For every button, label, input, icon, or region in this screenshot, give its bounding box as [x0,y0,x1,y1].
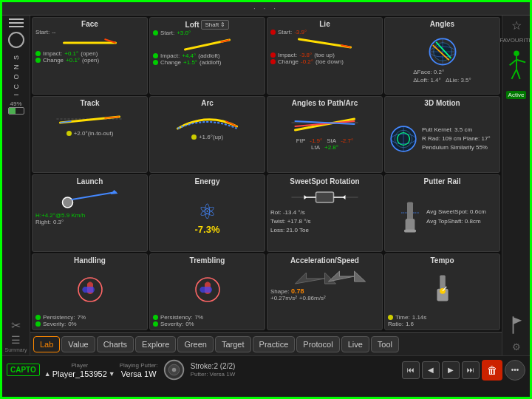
face-impact-value: +0.1° [64,50,78,57]
angles-values: ΔFace: 0.2° ΔLoft: 1.4° ΔLie: 3.5° [413,68,471,84]
tab-protocol[interactable]: Protocol [296,336,339,352]
lie-impact-note: (toe up) [314,52,335,58]
putter-name: Versa 1W [121,369,157,378]
tab-practice[interactable]: Practice [253,336,296,352]
loft-impact-value: +4.4° [182,52,196,59]
right-flag-icon [510,315,523,337]
sta-value: -2.7° [341,137,353,144]
rot-value: -13.4 °/s [283,209,305,216]
stroke-section: Stroke:2 (2/2) Putter: Versa 1W [191,362,236,378]
putter-section: Playing Putter: Versa 1W [120,362,158,378]
trembling-title: Trembling [153,256,262,265]
launch-right-row: Right: 0.3° [35,219,144,225]
motion3d-title: 3D Motion [388,99,497,107]
lie-start-row: Start: -3.9° [270,29,379,35]
scissors-icon[interactable]: ✂ [11,318,21,332]
arc-value: +1.6°(up) [199,134,223,140]
lie-impact-label: Impact: [278,52,297,58]
twist-value: +17.8 °/s [287,218,311,225]
menu-icon[interactable] [9,18,24,29]
motion3d-values: Putt Kernel: 3.5 cm R Rad: 109 cm Plane:… [422,126,491,152]
loft-start-value: +3.0° [177,30,191,36]
putter-label: Playing Putter: [120,362,158,369]
tab-tool[interactable]: Tool [371,336,399,352]
twist-label: Twist: [270,218,285,225]
radius-value: 109 cm [442,135,461,142]
loft-change-label: Change [160,59,181,66]
face-change-dot [35,58,41,63]
track-dot [66,131,72,136]
accel-shape-row: Shape: 0.78 [270,287,379,295]
loft-cell: Loft Shaft ⇕ Start: +3.0° Impact: [149,17,265,95]
svg-point-26 [63,197,73,208]
svg-rect-30 [316,192,334,202]
face-start-label: Start: [35,29,50,35]
trembling-severity-value: 0% [185,321,194,327]
nav-skip-fwd-btn[interactable]: ⏭ [462,361,480,379]
angles-path-visual [270,108,379,137]
nav-prev-btn[interactable]: ◀ [422,361,440,379]
track-value: +2.0°(in-to-out) [74,130,114,137]
tab-green[interactable]: Green [177,336,214,352]
tab-target[interactable]: Target [215,336,251,352]
nav-controls: ⏮ ◀ ▶ ⏭ 🗑 ••• [402,360,525,381]
nav-skip-back-btn[interactable]: ⏮ [402,361,420,379]
radius-label: R Rad: [422,135,440,142]
svg-rect-35 [407,202,413,220]
energy-cell: Energy ⚛ -7.3% [149,174,265,252]
launch-h-value: H:+4.2°@5.9 Km/h [35,212,144,219]
launch-right-label: Right: [35,219,51,225]
kernel-value: 3.5 cm [454,126,472,133]
player-dropdown[interactable]: ▲ Player_153952 ▼ [44,369,115,378]
loss-label: Loss: [270,227,284,233]
tab-live[interactable]: Live [341,336,369,352]
dloft-label: ΔLoft: [413,77,429,83]
putter-icon-section [163,358,186,382]
arc-title: Arc [153,99,262,107]
loft-start-dot [153,30,158,35]
motion3d-cell: 3D Motion Putt Kernel: 3.5 cm R Rad: 109… [384,96,500,174]
track-visual [35,108,144,130]
sweetspot-values: Rot: -13.4 °/s Twist: +17.8 °/s Loss: 21… [270,208,379,235]
loft-change-note: (addloft) [200,59,221,66]
tab-value[interactable]: Value [61,336,95,352]
face-impact-dot [35,51,41,56]
handling-severity-dot [35,321,41,327]
top-bar-dots: · · · [253,4,279,13]
battery-indicator: 49% [8,100,24,115]
favorite-icon[interactable]: ☆ [511,18,522,33]
putter-rail-cell: Putter Rail Avg SweetSpot: 0.6cm Avg Top… [384,174,500,252]
metrics-grid: Face Start: -- Impact: +0.1° (open) [30,16,502,332]
svg-line-51 [516,60,525,63]
trash-btn[interactable]: 🗑 [482,360,502,381]
avg-topshaft-label: Avg TopShaft: [426,218,463,225]
tempo-visual [429,273,457,306]
handling-visual [75,275,105,304]
face-impact-label: Impact: [43,50,62,57]
dlie-value: 3.5° [460,77,471,83]
loss-value: 21.0 Toe [286,227,309,233]
tab-explore[interactable]: Explore [135,336,176,352]
handling-title: Handling [35,256,144,265]
svg-rect-44 [440,275,446,289]
sweetspot-cell: SweetSpot Rotation Rot: -13.4 °/s Twist:… [267,174,383,252]
angles-circle-visual [426,35,459,68]
tempo-time-value: 1.14s [412,314,427,321]
nav-play-btn[interactable]: ▶ [442,361,460,379]
putter-rail-title: Putter Rail [388,177,497,185]
summary-icon[interactable]: ☰ [11,334,21,346]
more-btn[interactable]: ••• [505,360,525,381]
tempo-time-row: Time: 1.14s [388,314,497,321]
dropdown-up-arrow: ▲ [44,370,51,378]
sta-label: StA [327,137,336,144]
arc-dot [191,134,197,140]
main-content: Face Start: -- Impact: +0.1° (open) [30,16,502,355]
trembling-visual [193,275,222,304]
loft-impact-row: Impact: +4.4° (addloft) [153,52,262,59]
loft-change-value: +1.5° [183,59,197,66]
right-gear-icon[interactable]: ⚙ [512,341,521,352]
angles-path-lta-row: LtA +2.8° [270,144,379,151]
tab-charts[interactable]: Charts [97,336,134,352]
track-cell: Track +2.0°(in-to-out) [32,96,148,174]
tab-lab[interactable]: Lab [33,336,60,352]
